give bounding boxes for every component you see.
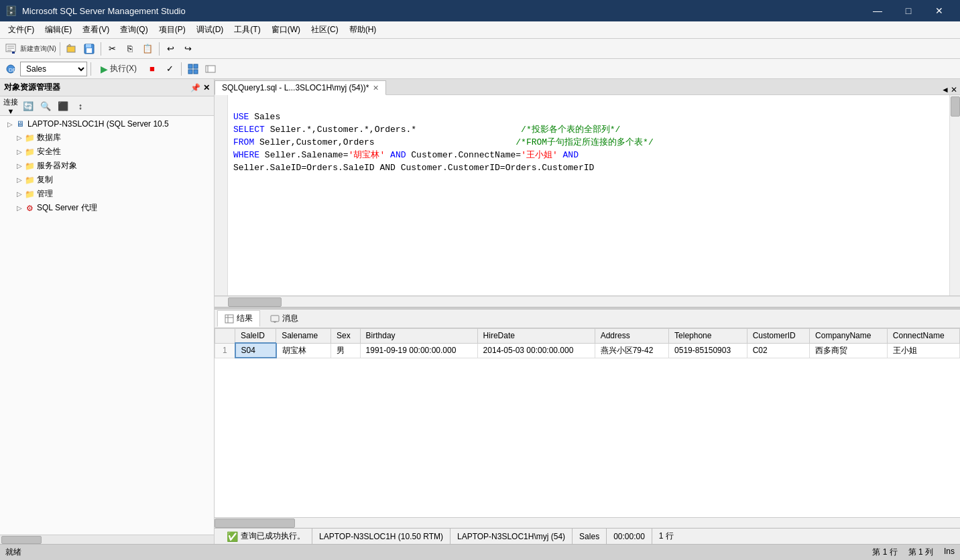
new-query-label[interactable]: 新建查询(N) — [20, 44, 56, 54]
oe-filter-btn[interactable]: 🔍 — [38, 98, 54, 114]
menu-query[interactable]: 查询(Q) — [115, 23, 153, 38]
minimize-button[interactable]: — — [862, 0, 893, 21]
menu-debug[interactable]: 调试(D) — [191, 23, 229, 38]
tree-management[interactable]: ▷ 📁 管理 — [0, 187, 214, 201]
gutter-line-6 — [215, 161, 227, 174]
editor-h-scrollbar-thumb[interactable] — [228, 297, 282, 307]
redo-btn[interactable]: ↪ — [180, 41, 196, 57]
col-indicator: 第 1 列 — [908, 547, 933, 558]
security-expand-icon[interactable]: ▷ — [15, 148, 24, 155]
tree-replication[interactable]: ▷ 📁 复制 — [0, 173, 214, 187]
col-sex: Sex — [331, 329, 360, 344]
oe-refresh-btn[interactable]: 🔄 — [20, 98, 36, 114]
cell-address[interactable]: 燕兴小区79-42 — [595, 343, 668, 358]
cell-companyname[interactable]: 西多商贸 — [810, 343, 888, 358]
messages-tab[interactable]: 消息 — [263, 310, 306, 327]
toolbar-sep-1 — [60, 42, 60, 56]
tree-sql-agent[interactable]: ▷ ⚙ SQL Server 代理 — [0, 201, 214, 215]
oe-horizontal-scrollbar[interactable] — [0, 535, 214, 544]
execute-button[interactable]: ▶ 执行(X) — [95, 61, 143, 77]
oe-close-icon[interactable]: ✕ — [203, 83, 210, 92]
replication-expand-icon[interactable]: ▷ — [15, 176, 24, 184]
new-query-btn[interactable] — [3, 41, 19, 57]
gutter-line-3 — [215, 123, 227, 136]
svg-rect-9 — [86, 48, 92, 53]
results-scrollbar-thumb[interactable] — [215, 518, 295, 528]
cell-birthday[interactable]: 1991-09-19 00:00:00.000 — [360, 343, 477, 358]
tree-security[interactable]: ▷ 📁 安全性 — [0, 145, 214, 159]
cell-telephone[interactable]: 0519-85150903 — [669, 343, 747, 358]
database-selector[interactable]: Sales — [20, 62, 87, 76]
gutter-line-5 — [215, 149, 227, 161]
tree-server-objects[interactable]: ▷ 📁 服务器对象 — [0, 159, 214, 173]
svg-rect-15 — [194, 70, 198, 74]
editor-scrollbar-thumb[interactable] — [951, 96, 960, 117]
col-connectname: ConnectName — [887, 329, 959, 344]
menu-project[interactable]: 项目(P) — [154, 23, 191, 38]
display-plan-btn[interactable] — [185, 61, 201, 77]
management-expand-icon[interactable]: ▷ — [15, 190, 24, 198]
menu-window[interactable]: 窗口(W) — [266, 23, 306, 38]
cell-customerid[interactable]: C02 — [747, 343, 809, 358]
menu-tools[interactable]: 工具(T) — [229, 23, 265, 38]
undo-btn[interactable]: ↩ — [163, 41, 179, 57]
cell-salename[interactable]: 胡宝林 — [276, 343, 331, 358]
right-panel: SQLQuery1.sql - L...3SLOC1H\myj (54))* ✕… — [215, 79, 960, 544]
oe-tree: ▷ 🖥 LAPTOP-N3SLOC1H (SQL Server 10.5 ▷ 📁… — [0, 116, 214, 535]
menu-help[interactable]: 帮助(H) — [344, 23, 382, 38]
col-saleid: SaleID — [235, 329, 276, 344]
editor-content[interactable]: USE Sales SELECT Seller.*,Customer.*,Ord… — [228, 95, 949, 295]
serverobj-expand-icon[interactable]: ▷ — [15, 162, 24, 169]
open-btn[interactable] — [64, 41, 80, 57]
col-rownum — [215, 329, 235, 344]
menu-view[interactable]: 查看(V) — [77, 23, 115, 38]
menu-community[interactable]: 社区(C) — [306, 23, 344, 38]
cell-sex[interactable]: 男 — [331, 343, 360, 358]
svg-marker-4 — [12, 52, 15, 54]
close-button[interactable]: ✕ — [924, 0, 955, 21]
maximize-button[interactable]: □ — [893, 0, 924, 21]
menu-file[interactable]: 文件(F) — [3, 23, 40, 38]
results-table: SaleID Salename Sex Birthday HireDate Ad… — [215, 328, 960, 358]
server-expand-icon[interactable]: ▷ — [5, 121, 15, 128]
bottom-right: 第 1 行 第 1 列 Ins — [872, 547, 955, 558]
oe-pin-icon[interactable]: 📌 — [190, 83, 200, 92]
paste-btn[interactable]: 📋 — [139, 41, 156, 57]
col-address: Address — [595, 329, 668, 344]
stop-btn[interactable]: ■ — [144, 61, 160, 77]
oe-stop-btn[interactable]: ⬛ — [55, 98, 71, 114]
tab-close-button[interactable]: ✕ — [373, 84, 379, 92]
oe-connect-btn[interactable]: 连接▼ — [3, 98, 19, 114]
agent-expand-icon[interactable]: ▷ — [15, 204, 24, 212]
row-indicator: 第 1 行 — [872, 547, 897, 558]
editor-horizontal-scrollbar[interactable] — [215, 296, 960, 307]
tree-databases[interactable]: ▷ 📁 数据库 — [0, 131, 214, 145]
server-icon: 🖥 — [15, 119, 25, 129]
cut-btn[interactable]: ✂ — [105, 41, 121, 57]
svg-rect-12 — [188, 64, 192, 68]
parse-btn[interactable]: ✓ — [162, 61, 178, 77]
query-tab-active[interactable]: SQLQuery1.sql - L...3SLOC1H\myj (54))* ✕ — [215, 80, 386, 95]
editor-vertical-scrollbar[interactable] — [949, 95, 960, 295]
connect-btn[interactable]: DB — [3, 61, 19, 77]
folder-icon-db: 📁 — [24, 133, 35, 143]
results-horizontal-scrollbar[interactable] — [215, 517, 960, 528]
oe-sync-btn[interactable]: ↕ — [72, 98, 88, 114]
db-expand-icon[interactable]: ▷ — [15, 134, 24, 141]
cell-hiredate[interactable]: 2014-05-03 00:00:00.000 — [477, 343, 595, 358]
server-node[interactable]: ▷ 🖥 LAPTOP-N3SLOC1H (SQL Server 10.5 — [0, 117, 214, 131]
cell-saleid[interactable]: S04 — [235, 343, 276, 358]
menu-edit[interactable]: 编辑(E) — [40, 23, 77, 38]
oe-scrollbar-thumb[interactable] — [1, 536, 42, 544]
save-btn[interactable] — [81, 41, 97, 57]
cell-connectname[interactable]: 王小姐 — [887, 343, 959, 358]
results-grid[interactable]: SaleID Salename Sex Birthday HireDate Ad… — [215, 328, 960, 517]
results-panel: 结果 消息 SaleID Salename Sex Birthday — [215, 309, 960, 528]
copy-btn[interactable]: ⎘ — [122, 41, 138, 57]
messages-icon — [270, 314, 280, 324]
tab-arrow-left[interactable]: ◄ — [941, 85, 949, 94]
actual-plan-btn[interactable] — [202, 61, 219, 77]
tab-arrow-right[interactable]: ✕ — [951, 85, 957, 94]
db-label: 数据库 — [37, 132, 61, 143]
results-tab[interactable]: 结果 — [217, 310, 260, 327]
